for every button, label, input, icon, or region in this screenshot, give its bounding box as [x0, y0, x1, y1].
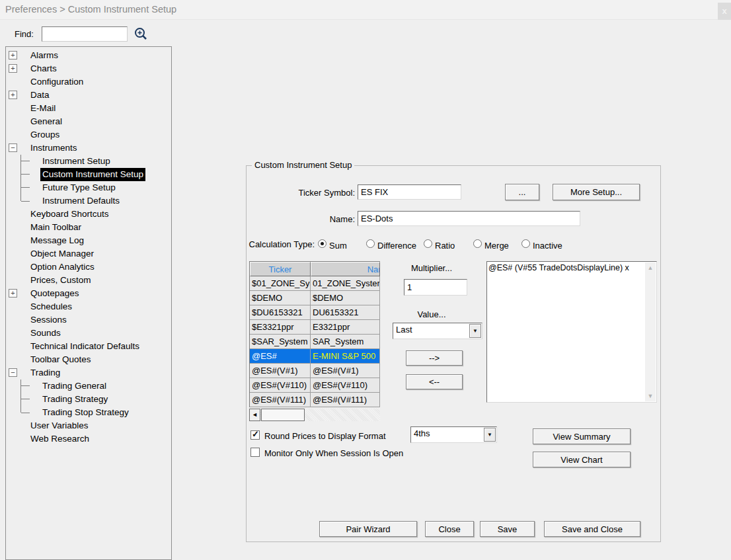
name-input[interactable]	[358, 211, 580, 226]
table-row[interactable]: $SAR_SystemSAR_System	[250, 335, 380, 349]
tree-item-groups[interactable]: Groups	[6, 128, 171, 141]
remove-instrument-button[interactable]: <--	[406, 374, 463, 389]
preferences-tree: +Alarms +Charts Configuration +Data E-Ma…	[5, 46, 172, 560]
column-header-name[interactable]: Name	[311, 262, 380, 276]
scroll-down-icon[interactable]: ▼	[645, 391, 656, 401]
tree-item-sounds[interactable]: Sounds	[6, 327, 171, 340]
tree-item-data[interactable]: +Data	[6, 89, 171, 102]
radio-ratio[interactable]	[424, 239, 432, 248]
tree-item-general[interactable]: General	[6, 115, 171, 128]
scroll-left-icon[interactable]: ◄	[249, 409, 260, 421]
tree-item-configuration[interactable]: Configuration	[6, 75, 171, 89]
tree-item-sessions[interactable]: Sessions	[6, 313, 171, 327]
tree-item-technical-indicator-defaults[interactable]: Technical Indicator Defaults	[6, 340, 171, 353]
tree-item-object-manager[interactable]: Object Manager	[6, 247, 171, 260]
list-item[interactable]: @ES# (V#55 TradeDotsDisplayLine) x	[488, 263, 644, 272]
radio-merge-label: Merge	[484, 241, 509, 251]
table-row-selected[interactable]: @ES#E-MINI S&P 500	[250, 349, 380, 364]
expand-icon[interactable]: +	[9, 289, 17, 298]
radio-difference-label: Difference	[377, 241, 416, 251]
tree-item-instruments[interactable]: −Instruments	[6, 141, 171, 155]
tree-item-custom-instrument-setup[interactable]: Custom Instrument Setup	[6, 168, 171, 181]
collapse-icon[interactable]: −	[9, 143, 17, 152]
scrollbar-thumb[interactable]	[261, 409, 305, 421]
display-format-dropdown[interactable]: 4ths ▼	[410, 426, 497, 443]
tree-item-schedules[interactable]: Schedules	[6, 300, 171, 313]
round-prices-label: Round Prices to Display Format	[264, 431, 386, 441]
multiplier-label: Multiplier...	[395, 263, 468, 273]
tree-item-user-variables[interactable]: User Variables	[6, 419, 171, 432]
tree-item-trading-stop-strategy[interactable]: Trading Stop Strategy	[6, 406, 171, 419]
find-label: Find:	[15, 29, 34, 39]
add-instrument-button[interactable]: -->	[406, 350, 463, 366]
table-horizontal-scrollbar[interactable]: ◄	[249, 409, 380, 421]
find-input[interactable]	[42, 26, 128, 42]
list-vertical-scrollbar[interactable]: ▲ ▼	[645, 262, 656, 401]
radio-merge[interactable]	[473, 239, 482, 248]
table-row[interactable]: @ES#(V#111)@ES#(V#111)	[250, 393, 380, 407]
tree-branch-line	[20, 380, 30, 393]
table-row[interactable]: @ES#(V#110)@ES#(V#110)	[250, 378, 380, 393]
tree-item-main-toolbar[interactable]: Main Toolbar	[6, 221, 171, 234]
monitor-session-checkbox[interactable]	[250, 448, 260, 457]
tree-branch-line	[20, 393, 30, 406]
view-summary-button[interactable]: View Summary	[533, 428, 631, 444]
tree-item-trading-strategy[interactable]: Trading Strategy	[6, 393, 171, 406]
close-window-icon[interactable]: x	[718, 3, 731, 20]
tree-item-keyboard-shortcuts[interactable]: Keyboard Shortcuts	[6, 208, 171, 221]
tree-item-web-research[interactable]: Web Research	[6, 432, 171, 446]
column-header-ticker[interactable]: Ticker	[250, 262, 311, 276]
save-button[interactable]: Save	[480, 521, 535, 537]
radio-inactive[interactable]	[521, 239, 530, 248]
pair-wizard-button[interactable]: Pair Wizard	[319, 521, 417, 537]
scroll-up-icon[interactable]: ▲	[645, 262, 656, 273]
tree-item-future-type-setup[interactable]: Future Type Setup	[6, 181, 171, 194]
table-row[interactable]: @ES#(V#1)@ES#(V#1)	[250, 364, 380, 378]
more-setup-button[interactable]: More Setup...	[553, 184, 640, 200]
value-dropdown[interactable]: Last ▼	[393, 323, 482, 339]
chevron-down-icon[interactable]: ▼	[484, 428, 496, 442]
collapse-icon[interactable]: −	[9, 368, 17, 377]
custom-instrument-setup-group: Custom Instrument Setup Ticker Symbol: .…	[246, 165, 661, 542]
multiplier-input[interactable]	[404, 279, 467, 296]
round-prices-checkbox[interactable]: ✓	[250, 430, 260, 440]
radio-sum-label: Sum	[329, 241, 347, 251]
tree-item-quotepages[interactable]: +Quotepages	[6, 287, 171, 300]
close-button[interactable]: Close	[425, 521, 474, 537]
expand-icon[interactable]: +	[9, 64, 17, 73]
radio-inactive-label: Inactive	[533, 241, 562, 251]
ticker-symbol-input[interactable]	[358, 184, 461, 200]
tree-item-option-analytics[interactable]: Option Analytics	[6, 260, 171, 274]
tree-item-alarms[interactable]: +Alarms	[6, 49, 171, 62]
tree-item-instrument-setup[interactable]: Instrument Setup	[6, 155, 171, 168]
tree-item-toolbar-quotes[interactable]: Toolbar Quotes	[6, 353, 171, 366]
radio-sum[interactable]	[318, 239, 327, 248]
group-title: Custom Instrument Setup	[252, 160, 354, 170]
expand-icon[interactable]: +	[9, 51, 17, 60]
tree-item-trading[interactable]: −Trading	[6, 366, 171, 380]
tree-item-charts[interactable]: +Charts	[6, 62, 171, 75]
title-bar: Preferences > Custom Instrument Setup	[0, 0, 731, 20]
browse-button[interactable]: ...	[505, 184, 539, 200]
save-and-close-button[interactable]: Save and Close	[544, 521, 640, 537]
tree-item-prices-custom[interactable]: Prices, Custom	[6, 274, 171, 287]
tree-branch-line	[20, 181, 30, 194]
tree-item-trading-general[interactable]: Trading General	[6, 380, 171, 393]
view-chart-button[interactable]: View Chart	[533, 452, 631, 467]
table-row[interactable]: $DU6153321DU6153321	[250, 305, 380, 320]
ticker-symbol-label: Ticker Symbol:	[247, 188, 355, 198]
tree-item-message-log[interactable]: Message Log	[6, 234, 171, 247]
table-row[interactable]: $01_ZONE_Sys01_ZONE_Syster	[250, 276, 380, 291]
table-row[interactable]: $DEMO$DEMO	[250, 291, 380, 305]
instrument-table: Ticker Name $01_ZONE_Sys01_ZONE_Syster $…	[249, 261, 380, 407]
tree-item-instrument-defaults[interactable]: Instrument Defaults	[6, 194, 171, 208]
chevron-down-icon[interactable]: ▼	[469, 324, 481, 338]
tree-branch-line	[20, 406, 30, 413]
table-row[interactable]: $E3321pprE3321ppr	[250, 320, 380, 335]
zoom-in-magnifier-icon[interactable]	[134, 26, 148, 41]
tree-item-email[interactable]: E-Mail	[6, 102, 171, 115]
components-listbox[interactable]: @ES# (V#55 TradeDotsDisplayLine) x ▲ ▼	[486, 261, 657, 403]
expand-icon[interactable]: +	[9, 91, 17, 99]
radio-difference[interactable]	[366, 239, 375, 248]
value-label: Value...	[395, 309, 468, 319]
